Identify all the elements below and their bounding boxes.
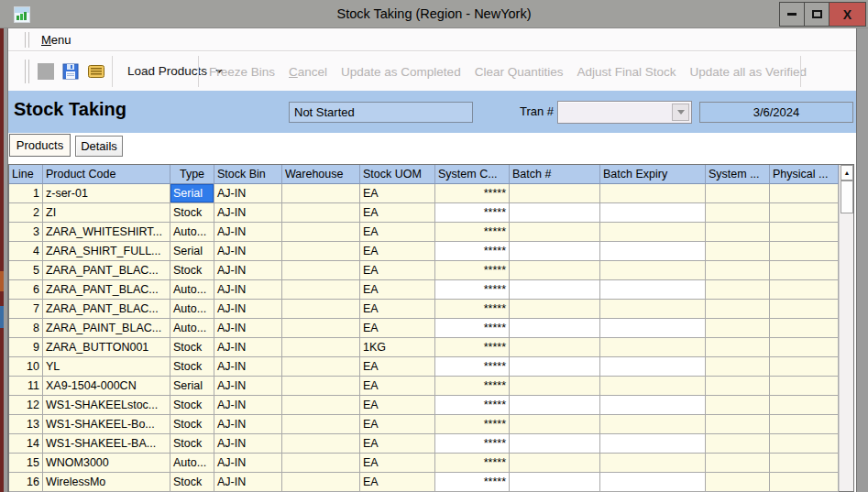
cell-line[interactable]: 10 xyxy=(9,357,43,377)
cell-system_2[interactable] xyxy=(706,338,770,357)
cell-line[interactable]: 6 xyxy=(9,280,43,300)
cell-batch_no[interactable] xyxy=(510,473,600,492)
cell-warehouse[interactable] xyxy=(282,357,360,377)
cell-type[interactable]: Stock xyxy=(170,203,214,223)
column-header-type[interactable]: Type xyxy=(170,165,214,184)
cell-line[interactable]: 11 xyxy=(9,377,43,396)
cell-batch_expiry[interactable] xyxy=(600,473,706,492)
cell-stock_uom[interactable]: EA xyxy=(360,454,435,473)
cell-stock_uom[interactable]: EA xyxy=(360,357,435,377)
cell-warehouse[interactable] xyxy=(282,242,360,261)
cell-batch_no[interactable] xyxy=(510,242,600,261)
column-header-line[interactable]: Line xyxy=(9,165,43,184)
cell-product_code[interactable]: z-ser-01 xyxy=(43,184,170,203)
cell-product_code[interactable]: WS1-SHAKEEL-Bo... xyxy=(43,415,170,434)
cell-batch_no[interactable] xyxy=(510,300,600,319)
cell-stock_uom[interactable]: EA xyxy=(360,396,435,415)
cell-system_count[interactable]: ***** xyxy=(435,261,510,280)
cell-physical[interactable] xyxy=(770,319,839,338)
cell-batch_no[interactable] xyxy=(510,434,600,454)
column-header-system_count[interactable]: System C... xyxy=(435,165,510,184)
cell-product_code[interactable]: WNOM3000 xyxy=(43,454,170,473)
tran-number-combobox[interactable] xyxy=(557,101,692,124)
cell-batch_no[interactable] xyxy=(510,454,600,473)
cell-batch_expiry[interactable] xyxy=(600,396,706,415)
cell-system_count[interactable]: ***** xyxy=(435,184,510,203)
cell-product_code[interactable]: ZARA_WHITESHIRT... xyxy=(43,223,170,242)
cell-batch_no[interactable] xyxy=(510,377,600,396)
cell-system_count[interactable]: ***** xyxy=(435,203,510,223)
minimize-button[interactable] xyxy=(779,2,805,27)
cell-line[interactable]: 5 xyxy=(9,261,43,280)
cell-system_2[interactable] xyxy=(706,377,770,396)
cell-type[interactable]: Stock xyxy=(170,357,214,377)
toolbar-gripper[interactable] xyxy=(25,60,29,83)
cell-stock_uom[interactable]: EA xyxy=(360,280,435,300)
cell-product_code[interactable]: XA9-1504-000CN xyxy=(43,377,170,396)
menu-item-menu[interactable]: Menu xyxy=(36,28,77,51)
cell-batch_expiry[interactable] xyxy=(600,454,706,473)
toolbar-button-cancel[interactable]: Cancel xyxy=(289,65,327,79)
cell-batch_no[interactable] xyxy=(510,357,600,377)
cell-type[interactable]: Stock xyxy=(170,396,214,415)
close-button[interactable]: X xyxy=(829,2,866,27)
cell-product_code[interactable]: WirelessMo xyxy=(43,473,170,492)
cell-batch_expiry[interactable] xyxy=(600,261,706,280)
column-header-system_2[interactable]: System ... xyxy=(706,165,770,184)
cell-warehouse[interactable] xyxy=(282,300,360,319)
cell-stock_bin[interactable]: AJ-IN xyxy=(214,473,282,492)
notes-icon[interactable] xyxy=(88,65,104,78)
cell-line[interactable]: 14 xyxy=(9,434,43,454)
cell-physical[interactable] xyxy=(770,261,839,280)
cell-batch_no[interactable] xyxy=(510,319,600,338)
cell-type[interactable]: Stock xyxy=(170,415,214,434)
scroll-up-button[interactable]: ▲ xyxy=(841,165,853,180)
cell-warehouse[interactable] xyxy=(282,203,360,223)
cell-line[interactable]: 8 xyxy=(9,319,43,338)
cell-batch_no[interactable] xyxy=(510,280,600,300)
column-header-stock_uom[interactable]: Stock UOM xyxy=(360,165,435,184)
cell-stock_uom[interactable]: EA xyxy=(360,434,435,454)
toolbar-button-freeze-bins[interactable]: Freeze Bins xyxy=(209,65,275,79)
cell-warehouse[interactable] xyxy=(282,319,360,338)
cell-stock_bin[interactable]: AJ-IN xyxy=(214,454,282,473)
cell-system_2[interactable] xyxy=(706,261,770,280)
cell-warehouse[interactable] xyxy=(282,261,360,280)
cell-product_code[interactable]: ZARA_PANT_BLAC... xyxy=(43,280,170,300)
cell-physical[interactable] xyxy=(770,377,839,396)
cell-product_code[interactable]: ZARA_BUTTON001 xyxy=(43,338,170,357)
cell-stock_uom[interactable]: EA xyxy=(360,223,435,242)
cell-batch_no[interactable] xyxy=(510,223,600,242)
cell-system_count[interactable]: ***** xyxy=(435,396,510,415)
column-header-batch_expiry[interactable]: Batch Expiry xyxy=(600,165,706,184)
cell-system_2[interactable] xyxy=(706,319,770,338)
cell-line[interactable]: 2 xyxy=(9,203,43,223)
cell-batch_no[interactable] xyxy=(510,396,600,415)
cell-stock_uom[interactable]: EA xyxy=(360,242,435,261)
toolbar-button-clear-quantities[interactable]: Clear Quantities xyxy=(475,65,564,79)
cell-physical[interactable] xyxy=(770,454,839,473)
cell-system_2[interactable] xyxy=(706,396,770,415)
cell-stock_bin[interactable]: AJ-IN xyxy=(214,357,282,377)
cell-warehouse[interactable] xyxy=(282,454,360,473)
cell-warehouse[interactable] xyxy=(282,473,360,492)
cell-line[interactable]: 4 xyxy=(9,242,43,261)
toolbar-button-update-all-as-verified[interactable]: Update all as Verified xyxy=(689,65,807,79)
cell-system_2[interactable] xyxy=(706,203,770,223)
cell-system_count[interactable]: ***** xyxy=(435,434,510,454)
cell-system_2[interactable] xyxy=(706,242,770,261)
cell-type[interactable]: Auto... xyxy=(170,454,214,473)
cell-system_count[interactable]: ***** xyxy=(435,473,510,492)
cell-stock_uom[interactable]: 1KG xyxy=(360,338,435,357)
cell-batch_expiry[interactable] xyxy=(600,434,706,454)
cell-type[interactable]: Stock xyxy=(170,473,214,492)
cell-system_2[interactable] xyxy=(706,223,770,242)
cell-physical[interactable] xyxy=(770,434,839,454)
cell-system_count[interactable]: ***** xyxy=(435,415,510,434)
cell-physical[interactable] xyxy=(770,396,839,415)
cell-product_code[interactable]: WS1-SHAKEELstoc... xyxy=(43,396,170,415)
cell-line[interactable]: 9 xyxy=(9,338,43,357)
cell-physical[interactable] xyxy=(770,242,839,261)
cell-warehouse[interactable] xyxy=(282,280,360,300)
cell-batch_expiry[interactable] xyxy=(600,203,706,223)
